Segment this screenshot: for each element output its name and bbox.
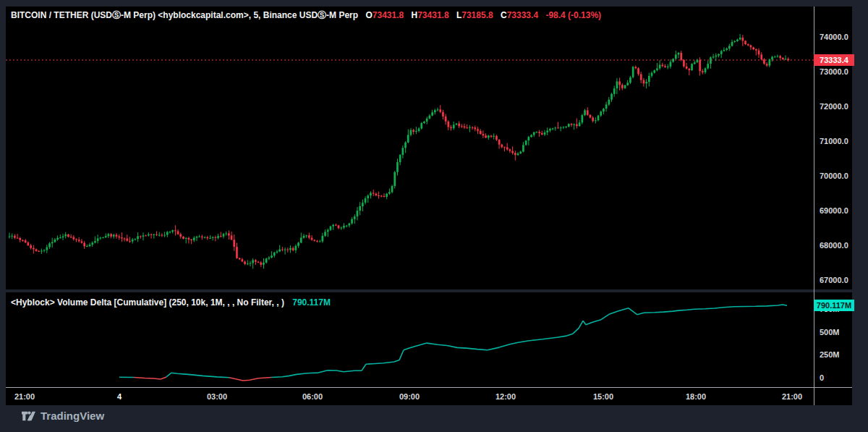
- indicator-title[interactable]: <Hyblock> Volume Delta [Cumulative] (250…: [11, 297, 284, 308]
- price-axis-label: 73000.0: [820, 67, 848, 77]
- price-pane[interactable]: [6, 7, 814, 289]
- price-axis-label: 71000.0: [820, 136, 848, 146]
- ohlc-open-key: O: [365, 10, 372, 20]
- tradingview-logo-link[interactable]: TradingView: [22, 410, 104, 422]
- volume-axis-label: 0: [820, 373, 824, 383]
- tradingview-chart-window: BITCOIN / TETHER (USDⓈ-M Perp) <hyblockc…: [0, 0, 868, 432]
- tradingview-icon: [22, 410, 35, 422]
- time-axis-label: 15:00: [593, 391, 613, 402]
- price-axis-label: 74000.0: [820, 32, 848, 42]
- volume-axis-label: 500M: [820, 327, 840, 337]
- time-axis-day-label: 4: [117, 391, 122, 402]
- change-value: -98.4 (-0.13%): [545, 10, 601, 20]
- ohlc-high-value: 73431.8: [417, 10, 448, 20]
- price-axis-label: 72000.0: [820, 101, 848, 111]
- price-axis-label: 67000.0: [820, 275, 848, 285]
- symbol-title[interactable]: BITCOIN / TETHER (USDⓈ-M Perp) <hyblockc…: [11, 10, 358, 20]
- price-axis-label: 68000.0: [820, 240, 848, 250]
- last-price-badge: 73333.4: [814, 54, 854, 66]
- time-axis-label: 21:00: [782, 391, 802, 402]
- ohlc-low-value: 73185.8: [461, 10, 493, 20]
- price-axis-label: 70000.0: [820, 171, 848, 181]
- tradingview-wordmark: TradingView: [41, 410, 104, 422]
- ohlc-close-value: 73333.4: [507, 10, 538, 20]
- last-volume-delta-badge: 790.117M: [814, 300, 854, 311]
- ohlc-high-key: H: [412, 10, 418, 20]
- volume-axis-label: 250M: [820, 350, 840, 360]
- indicator-value: 790.117M: [292, 297, 331, 308]
- time-axis-label: 03:00: [207, 391, 227, 402]
- time-axis-label: 09:00: [399, 391, 420, 402]
- pane-divider[interactable]: [6, 289, 852, 292]
- indicator-legend[interactable]: <Hyblock> Volume Delta [Cumulative] (250…: [11, 297, 331, 308]
- time-axis-label: 18:00: [686, 391, 706, 402]
- price-axis-border: [814, 7, 814, 405]
- time-axis-label: 06:00: [302, 391, 323, 402]
- time-axis-label: 12:00: [495, 391, 516, 402]
- price-axis-label: 69000.0: [820, 206, 848, 216]
- ohlc-close-key: C: [501, 10, 507, 20]
- ohlc-open-value: 73431.8: [373, 10, 404, 20]
- symbol-legend[interactable]: BITCOIN / TETHER (USDⓈ-M Perp) <hyblockc…: [11, 9, 601, 22]
- time-axis-label: 21:00: [14, 391, 35, 402]
- time-axis-border: [6, 387, 852, 388]
